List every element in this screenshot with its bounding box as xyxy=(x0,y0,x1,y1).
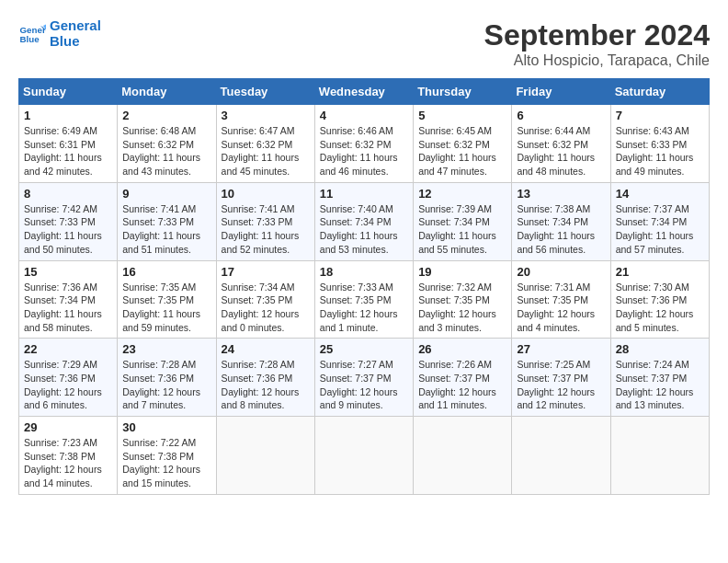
day-number: 2 xyxy=(122,109,210,122)
day-number: 9 xyxy=(122,187,210,201)
table-row: 27Sunrise: 7:25 AMSunset: 7:37 PMDayligh… xyxy=(512,339,610,417)
day-info: Sunrise: 7:23 AMSunset: 7:38 PMDaylight:… xyxy=(24,437,102,488)
calendar-header-row: Sunday Monday Tuesday Wednesday Thursday… xyxy=(19,79,710,105)
day-info: Sunrise: 7:25 AMSunset: 7:37 PMDaylight:… xyxy=(517,359,595,410)
logo-line1: General xyxy=(50,18,101,34)
table-row: 16Sunrise: 7:35 AMSunset: 7:35 PMDayligh… xyxy=(118,260,216,339)
day-number: 14 xyxy=(616,187,704,201)
day-info: Sunrise: 6:45 AMSunset: 6:32 PMDaylight:… xyxy=(418,125,496,177)
table-row: 1Sunrise: 6:49 AMSunset: 6:31 PMDaylight… xyxy=(19,105,118,183)
day-info: Sunrise: 7:32 AMSunset: 7:35 PMDaylight:… xyxy=(418,282,496,333)
table-row: 8Sunrise: 7:42 AMSunset: 7:33 PMDaylight… xyxy=(19,182,118,260)
day-info: Sunrise: 7:40 AMSunset: 7:34 PMDaylight:… xyxy=(320,203,398,255)
calendar-row: 8Sunrise: 7:42 AMSunset: 7:33 PMDaylight… xyxy=(19,182,710,260)
table-row: 6Sunrise: 6:44 AMSunset: 6:32 PMDaylight… xyxy=(512,105,610,183)
table-row: 23Sunrise: 7:28 AMSunset: 7:36 PMDayligh… xyxy=(118,339,216,417)
day-info: Sunrise: 6:43 AMSunset: 6:33 PMDaylight:… xyxy=(616,125,694,177)
table-row: 2Sunrise: 6:48 AMSunset: 6:32 PMDaylight… xyxy=(118,105,216,183)
day-info: Sunrise: 7:38 AMSunset: 7:34 PMDaylight:… xyxy=(517,203,595,255)
table-row: 29Sunrise: 7:23 AMSunset: 7:38 PMDayligh… xyxy=(19,417,118,495)
day-info: Sunrise: 7:28 AMSunset: 7:36 PMDaylight:… xyxy=(122,359,200,410)
table-row: 7Sunrise: 6:43 AMSunset: 6:33 PMDaylight… xyxy=(610,105,709,183)
day-number: 4 xyxy=(320,109,408,122)
table-row: 10Sunrise: 7:41 AMSunset: 7:33 PMDayligh… xyxy=(216,182,314,260)
day-number: 30 xyxy=(122,420,210,434)
table-row: 20Sunrise: 7:31 AMSunset: 7:35 PMDayligh… xyxy=(512,260,610,339)
day-info: Sunrise: 7:33 AMSunset: 7:35 PMDaylight:… xyxy=(320,282,398,333)
calendar-row: 15Sunrise: 7:36 AMSunset: 7:34 PMDayligh… xyxy=(19,260,710,339)
title-section: September 2024 Alto Hospicio, Tarapaca, … xyxy=(484,18,710,69)
day-number: 22 xyxy=(24,342,112,356)
day-number: 24 xyxy=(222,342,310,356)
header-friday: Friday xyxy=(512,79,610,105)
calendar-table: Sunday Monday Tuesday Wednesday Thursday… xyxy=(18,78,710,495)
day-number: 25 xyxy=(320,342,408,356)
day-info: Sunrise: 6:47 AMSunset: 6:32 PMDaylight:… xyxy=(222,125,300,177)
day-number: 19 xyxy=(418,265,506,279)
day-info: Sunrise: 6:44 AMSunset: 6:32 PMDaylight:… xyxy=(517,125,595,177)
day-number: 11 xyxy=(320,187,408,201)
table-row xyxy=(414,417,512,495)
logo-icon: General Blue xyxy=(18,20,46,48)
day-info: Sunrise: 6:48 AMSunset: 6:32 PMDaylight:… xyxy=(122,125,200,177)
day-info: Sunrise: 7:26 AMSunset: 7:37 PMDaylight:… xyxy=(418,359,496,410)
table-row: 4Sunrise: 6:46 AMSunset: 6:32 PMDaylight… xyxy=(314,105,413,183)
day-info: Sunrise: 7:27 AMSunset: 7:37 PMDaylight:… xyxy=(320,359,398,410)
table-row: 11Sunrise: 7:40 AMSunset: 7:34 PMDayligh… xyxy=(314,182,413,260)
calendar-title: September 2024 xyxy=(484,18,710,52)
day-number: 3 xyxy=(222,109,310,122)
day-number: 12 xyxy=(418,187,506,201)
table-row: 3Sunrise: 6:47 AMSunset: 6:32 PMDaylight… xyxy=(216,105,314,183)
svg-text:Blue: Blue xyxy=(20,34,40,44)
header-monday: Monday xyxy=(118,79,216,105)
table-row: 5Sunrise: 6:45 AMSunset: 6:32 PMDaylight… xyxy=(414,105,512,183)
table-row: 30Sunrise: 7:22 AMSunset: 7:38 PMDayligh… xyxy=(118,417,216,495)
day-info: Sunrise: 7:30 AMSunset: 7:36 PMDaylight:… xyxy=(616,282,694,333)
day-info: Sunrise: 7:42 AMSunset: 7:33 PMDaylight:… xyxy=(24,203,102,255)
day-info: Sunrise: 7:35 AMSunset: 7:35 PMDaylight:… xyxy=(122,282,200,333)
table-row xyxy=(314,417,413,495)
table-row: 22Sunrise: 7:29 AMSunset: 7:36 PMDayligh… xyxy=(19,339,118,417)
table-row: 21Sunrise: 7:30 AMSunset: 7:36 PMDayligh… xyxy=(610,260,709,339)
day-number: 29 xyxy=(24,420,112,434)
logo: General Blue General Blue xyxy=(18,18,101,49)
table-row xyxy=(512,417,610,495)
day-number: 10 xyxy=(222,187,310,201)
day-info: Sunrise: 7:34 AMSunset: 7:35 PMDaylight:… xyxy=(222,282,300,333)
day-info: Sunrise: 7:39 AMSunset: 7:34 PMDaylight:… xyxy=(418,203,496,255)
header-thursday: Thursday xyxy=(414,79,512,105)
day-info: Sunrise: 7:41 AMSunset: 7:33 PMDaylight:… xyxy=(122,203,200,255)
day-number: 1 xyxy=(24,109,112,122)
day-info: Sunrise: 7:36 AMSunset: 7:34 PMDaylight:… xyxy=(24,282,102,333)
header-saturday: Saturday xyxy=(610,79,709,105)
calendar-row: 29Sunrise: 7:23 AMSunset: 7:38 PMDayligh… xyxy=(19,417,710,495)
day-info: Sunrise: 7:29 AMSunset: 7:36 PMDaylight:… xyxy=(24,359,102,410)
table-row: 12Sunrise: 7:39 AMSunset: 7:34 PMDayligh… xyxy=(414,182,512,260)
day-number: 8 xyxy=(24,187,112,201)
table-row: 19Sunrise: 7:32 AMSunset: 7:35 PMDayligh… xyxy=(414,260,512,339)
calendar-subtitle: Alto Hospicio, Tarapaca, Chile xyxy=(484,52,710,69)
day-info: Sunrise: 7:31 AMSunset: 7:35 PMDaylight:… xyxy=(517,282,595,333)
day-info: Sunrise: 7:28 AMSunset: 7:36 PMDaylight:… xyxy=(222,359,300,410)
table-row: 24Sunrise: 7:28 AMSunset: 7:36 PMDayligh… xyxy=(216,339,314,417)
table-row: 26Sunrise: 7:26 AMSunset: 7:37 PMDayligh… xyxy=(414,339,512,417)
day-info: Sunrise: 6:49 AMSunset: 6:31 PMDaylight:… xyxy=(24,125,102,177)
day-number: 13 xyxy=(517,187,605,201)
day-number: 18 xyxy=(320,265,408,279)
day-number: 5 xyxy=(418,109,506,122)
table-row: 17Sunrise: 7:34 AMSunset: 7:35 PMDayligh… xyxy=(216,260,314,339)
header-sunday: Sunday xyxy=(19,79,118,105)
day-info: Sunrise: 7:22 AMSunset: 7:38 PMDaylight:… xyxy=(122,437,200,488)
day-number: 17 xyxy=(222,265,310,279)
day-number: 28 xyxy=(616,342,704,356)
table-row: 15Sunrise: 7:36 AMSunset: 7:34 PMDayligh… xyxy=(19,260,118,339)
header: General Blue General Blue September 2024… xyxy=(18,18,710,69)
day-number: 7 xyxy=(616,109,704,122)
day-number: 23 xyxy=(122,342,210,356)
calendar-row: 22Sunrise: 7:29 AMSunset: 7:36 PMDayligh… xyxy=(19,339,710,417)
header-tuesday: Tuesday xyxy=(216,79,314,105)
day-number: 20 xyxy=(517,265,605,279)
day-number: 6 xyxy=(517,109,605,122)
table-row: 9Sunrise: 7:41 AMSunset: 7:33 PMDaylight… xyxy=(118,182,216,260)
table-row: 14Sunrise: 7:37 AMSunset: 7:34 PMDayligh… xyxy=(610,182,709,260)
